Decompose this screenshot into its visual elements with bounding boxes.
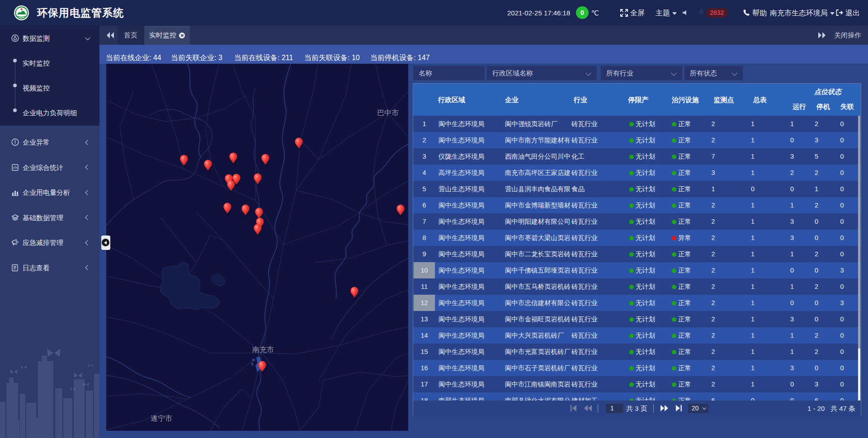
table-row[interactable]: 7阆中生态环境局阆中明阳建材有限公司砖瓦行业无计划正常21300 (413, 213, 861, 230)
name-filter-input[interactable] (413, 66, 485, 80)
region-filter-value: 行政区域名称 (492, 69, 533, 77)
fullscreen-button[interactable]: 全屏 (620, 0, 645, 26)
table-row[interactable]: 13阆中生态环境局阆中市金福旺页岩机砖砖瓦行业无计划正常21300 (413, 311, 861, 327)
cell-industry: 砖瓦行业 (571, 165, 621, 181)
map-city-label: 巴中市 (377, 108, 399, 118)
sidebar-item-megaphone[interactable]: 应急减排管理 (0, 230, 99, 255)
table-row[interactable]: 16阆中生态环境局阆中市石子页岩机砖厂砖瓦行业无计划正常21300 (413, 360, 861, 376)
table-row[interactable]: 8阆中生态环境局阆中市枣碧大梁山页岩砖瓦行业无计划异常21300 (413, 230, 861, 246)
column-header[interactable]: 运行 (793, 103, 806, 111)
notification-badge[interactable]: 2632 (706, 8, 728, 18)
logout-button[interactable]: 退出 (835, 0, 860, 26)
cell-stop: 2 (807, 116, 826, 132)
map-collapse-button[interactable] (101, 235, 110, 250)
status-dot-green (629, 187, 634, 192)
page-number-input[interactable] (606, 404, 623, 413)
table-row[interactable]: 6阆中生态环境局阆中市金博瑞新型墙材砖瓦行业无计划正常21120 (413, 197, 861, 213)
theme-dropdown[interactable]: 主题 (656, 0, 677, 26)
bell-icon[interactable] (698, 0, 705, 26)
sidebar-item-layers[interactable]: 基础数据管理 (0, 205, 99, 231)
sidebar-item-data-monitoring[interactable]: 数据监测 (0, 26, 99, 51)
region-filter-select[interactable]: 行政区域名称 (487, 66, 597, 80)
grid-vertical-scrollbar[interactable] (858, 116, 860, 400)
cell-region: 阆中生态环境局 (439, 230, 502, 246)
column-header[interactable]: 行业 (574, 96, 587, 104)
cell-meters: 1 (728, 295, 777, 311)
table-row[interactable]: 18南部生态环境局南部县砒化水泥有限公建材加工无计划正常60060 (413, 392, 861, 400)
sidebar-item-chart[interactable]: 企业用电量分析 (0, 180, 99, 205)
help-button[interactable]: 帮助 (743, 0, 767, 26)
map-panel[interactable]: 巴中市南充市遂宁市 (106, 64, 408, 431)
status-filter-select[interactable]: 所有状态 (684, 66, 743, 80)
cell-limit: 无计划 (623, 392, 661, 400)
cell-run: 2 (777, 165, 807, 181)
column-header[interactable]: 停机 (816, 103, 830, 111)
tab-home[interactable]: 首页 (118, 26, 144, 45)
industry-filter-select[interactable]: 所有行业 (601, 66, 682, 80)
column-header[interactable]: 监测点 (714, 96, 734, 104)
sidebar-subitem[interactable]: 视频监控 (0, 75, 99, 100)
sidebar-item-log[interactable]: 日志查看 (0, 255, 99, 281)
cell-row-number: 16 (414, 360, 435, 376)
fullscreen-label: 全屏 (630, 9, 645, 17)
cell-company: 阆中市金福旺页岩机砖 (505, 311, 570, 327)
sidebar-item-label: 基础数据管理 (23, 205, 63, 231)
tab-close-icon[interactable] (179, 33, 185, 38)
temperature-unit: ℃ (591, 0, 599, 26)
table-row[interactable]: 9阆中生态环境局阆中市二龙长宝页岩砖砖瓦行业无计划正常21120 (413, 246, 861, 262)
sidebar-item-alert[interactable]: 企业异常 (0, 130, 99, 155)
cell-offline: 0 (826, 165, 858, 181)
cell-industry: 食品 (571, 181, 621, 197)
table-row[interactable]: 11阆中生态环境局阆中市五马桥页岩机砖砖瓦行业无计划正常21120 (413, 278, 861, 295)
table-row[interactable]: 3仪陇生态环境局西南油气田分公司川中化工无计划正常71350 (413, 148, 861, 165)
layers-icon (11, 214, 19, 221)
table-row[interactable]: 12阆中生态环境局阆中市忠信建材有限公砖瓦行业无计划正常21003 (413, 295, 861, 311)
column-header[interactable]: 治污设施 (672, 96, 699, 104)
sidebar-item-stats[interactable]: 企业综合统计 (0, 155, 99, 180)
column-header[interactable]: 停限产 (628, 96, 649, 104)
org-dropdown[interactable]: 南充市生态环境局 (770, 0, 835, 26)
sidebar-subitem-active[interactable]: 实时监控 (0, 51, 99, 75)
cell-industry: 砖瓦行业 (571, 344, 621, 360)
column-header[interactable]: 总表 (753, 96, 767, 104)
cell-region: 阆中生态环境局 (439, 360, 502, 376)
content: 巴中市南充市遂宁市 行政区域名称 所有行业 所有状态 行政区域企业 (99, 64, 868, 438)
cell-facility: 正常 (662, 116, 701, 132)
table-row[interactable]: 14阆中生态环境局阆中大兴页岩机砖厂砖瓦行业无计划正常21120 (413, 327, 861, 344)
sidebar-subitem[interactable]: 企业电力负荷明细 (0, 100, 99, 125)
cell-stop: 2 (807, 278, 826, 295)
column-header[interactable]: 行政区域 (438, 96, 465, 104)
first-page-icon[interactable] (570, 405, 577, 412)
table-row[interactable]: 1阆中生态环境局阆中强锐页岩砖厂砖瓦行业无计划正常21120 (413, 116, 861, 132)
cell-run: 1 (777, 278, 807, 295)
status-dot-green (672, 155, 676, 159)
column-header[interactable]: 企业 (505, 96, 519, 104)
scrollbar-thumb[interactable] (858, 116, 860, 349)
status-dot-green (629, 350, 634, 354)
last-page-icon[interactable] (675, 405, 682, 412)
table-row[interactable]: 17阆中生态环境局阆中市江南镇阆南页岩砖瓦行业无计划正常21030 (413, 376, 861, 392)
status-dot-green (629, 138, 634, 143)
cell-company: 阆中市二龙长宝页岩砖 (505, 246, 570, 262)
table-row[interactable]: 2阆中生态环境局阆中市南方节能建材有砖瓦行业无计划正常21030 (413, 132, 861, 148)
prev-page-icon[interactable] (584, 405, 592, 412)
next-page-icon[interactable] (660, 405, 669, 412)
close-operations-button[interactable]: 关闭操作 (834, 26, 861, 45)
speaker-icon[interactable] (682, 0, 689, 26)
tabs-scroll-left-icon[interactable] (106, 31, 116, 40)
page-size-select[interactable]: 20 (688, 404, 708, 413)
cell-run: 0 (777, 181, 807, 197)
tab-realtime-monitoring[interactable]: 实时监控 (144, 26, 190, 45)
column-group-header[interactable]: 点位状态 (814, 88, 841, 96)
table-row[interactable]: 15阆中生态环境局阆中市光富页岩机砖厂砖瓦行业无计划正常21120 (413, 344, 861, 360)
sidebar-item-label: 企业异常 (23, 130, 50, 155)
total-count-label: 共 47 条 (830, 405, 855, 412)
tabs-scroll-right-icon[interactable] (817, 31, 827, 40)
column-header[interactable]: 失联 (840, 103, 854, 111)
cell-meters: 1 (728, 376, 777, 392)
table-row[interactable]: 10阆中生态环境局阆中千佛镇五郎垭页岩砖瓦行业无计划正常21003 (413, 262, 861, 278)
table-row[interactable]: 4高坪生态环境局南充市高坪区王家店建砖瓦行业无计划正常31220 (413, 165, 861, 181)
cell-row-number: 9 (414, 246, 435, 262)
table-row[interactable]: 5营山生态环境局营山县润丰肉食品有限食品无计划正常10010 (413, 181, 861, 197)
status-dot-red (672, 236, 676, 240)
